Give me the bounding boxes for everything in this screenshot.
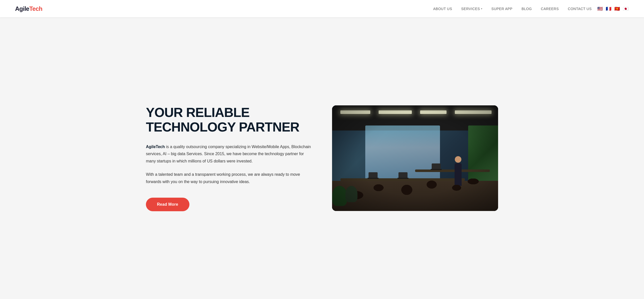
hero-description-1: AgileTech is a quality outsourcing compa… — [146, 143, 312, 165]
hero-description-2: With a talented team and a transparent w… — [146, 171, 312, 186]
site-header: Agile Tech ABOUT US SERVICES ▾ SUPER APP… — [0, 0, 644, 18]
nav-about[interactable]: ABOUT US — [433, 7, 452, 11]
hero-section: YOUR RELIABLE TECHNOLOGY PARTNER AgileTe… — [146, 105, 498, 211]
logo-tech: Tech — [29, 5, 42, 12]
hero-title: YOUR RELIABLE TECHNOLOGY PARTNER — [146, 105, 312, 134]
hero-office-image — [332, 105, 498, 211]
main-nav: ABOUT US SERVICES ▾ SUPER APP BLOG CAREE… — [433, 7, 592, 11]
logo[interactable]: Agile Tech — [15, 5, 42, 12]
lang-vn[interactable]: 🇻🇳 — [614, 7, 620, 11]
nav-contact[interactable]: CONTACT US — [568, 7, 592, 11]
lang-fr[interactable]: 🇫🇷 — [605, 7, 612, 11]
hero-text: YOUR RELIABLE TECHNOLOGY PARTNER AgileTe… — [146, 105, 312, 211]
nav-blog[interactable]: BLOG — [521, 7, 532, 11]
brand-name: AgileTech — [146, 145, 165, 149]
plant-fg-left — [332, 186, 347, 211]
plant-fg-left2 — [345, 186, 360, 211]
office-scene-illustration — [332, 105, 498, 211]
nav-careers[interactable]: CAREERS — [541, 7, 559, 11]
lang-en[interactable]: 🇺🇸 — [597, 7, 603, 11]
chevron-down-icon: ▾ — [481, 7, 482, 10]
hero-image-container — [332, 105, 498, 211]
lang-jp[interactable]: 🇯🇵 — [622, 7, 629, 11]
plant-leaves — [332, 186, 347, 206]
logo-agile: Agile — [15, 5, 29, 12]
main-content: YOUR RELIABLE TECHNOLOGY PARTNER AgileTe… — [0, 18, 644, 299]
read-more-button[interactable]: Read More — [146, 198, 189, 211]
plant-leaves-2 — [345, 186, 357, 202]
language-switcher: 🇺🇸 🇫🇷 🇻🇳 🇯🇵 — [597, 7, 629, 11]
description-1-text: is a quality outsourcing company special… — [146, 145, 311, 163]
nav-services[interactable]: SERVICES ▾ — [461, 7, 482, 11]
nav-superapp[interactable]: SUPER APP — [491, 7, 512, 11]
